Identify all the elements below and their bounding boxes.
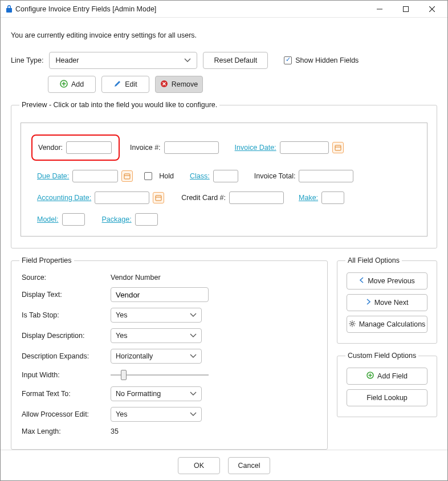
calendar-icon[interactable] xyxy=(121,170,133,182)
preview-fieldset: Preview - Click or tab into the field yo… xyxy=(11,101,437,248)
gear-icon xyxy=(349,320,356,329)
svg-line-24 xyxy=(350,325,351,325)
chevron-right-icon xyxy=(366,299,371,307)
preview-box: Vendor: Invoice #: Invoice Date: xyxy=(21,123,427,237)
all-field-options-legend: All Field Options xyxy=(345,256,402,264)
lock-icon xyxy=(5,5,13,13)
svg-rect-1 xyxy=(404,6,409,11)
allow-edit-select[interactable]: Yes xyxy=(111,407,202,422)
field-lookup-label: Field Lookup xyxy=(366,394,408,402)
calendar-icon[interactable] xyxy=(153,192,164,203)
remove-label: Remove xyxy=(172,80,198,88)
minimize-button[interactable] xyxy=(366,1,393,17)
credit-card-input[interactable] xyxy=(229,191,284,204)
display-text-input[interactable] xyxy=(111,287,209,302)
class-label[interactable]: Class: xyxy=(190,172,210,180)
chevron-left-icon xyxy=(359,277,364,285)
input-width-slider[interactable] xyxy=(111,369,209,381)
manage-calculations-label: Manage Calculations xyxy=(359,320,426,328)
close-button[interactable] xyxy=(419,1,445,17)
edit-button[interactable]: Edit xyxy=(101,76,149,93)
all-field-options-fieldset: All Field Options Move Previous Move Nex… xyxy=(337,256,437,344)
hold-checkbox[interactable] xyxy=(144,172,152,180)
invoice-total-label: Invoice Total: xyxy=(254,172,296,180)
svg-line-23 xyxy=(353,321,354,322)
model-input[interactable] xyxy=(62,213,85,226)
svg-rect-14 xyxy=(156,195,161,201)
source-label: Source: xyxy=(22,274,111,282)
package-label[interactable]: Package: xyxy=(102,215,132,223)
max-length-value: 35 xyxy=(111,427,317,435)
vendor-input[interactable] xyxy=(66,141,112,154)
remove-button[interactable]: Remove xyxy=(155,76,203,93)
chevron-down-icon xyxy=(184,58,191,63)
move-next-button[interactable]: Move Next xyxy=(347,294,427,311)
due-date-input[interactable] xyxy=(72,170,118,182)
maximize-button[interactable] xyxy=(393,1,419,17)
show-hidden-checkbox[interactable] xyxy=(284,56,292,64)
credit-card-label: Credit Card #: xyxy=(181,194,226,202)
desc-expands-label: Description Expands: xyxy=(22,352,111,360)
desc-expands-select[interactable]: Horizontally xyxy=(111,349,202,364)
make-label[interactable]: Make: xyxy=(299,194,318,202)
ok-label: OK xyxy=(194,462,204,470)
x-circle-icon xyxy=(160,80,168,89)
svg-line-21 xyxy=(350,321,351,322)
add-field-label: Add Field xyxy=(377,372,408,380)
svg-rect-12 xyxy=(124,174,130,179)
source-value: Vendor Number xyxy=(111,274,317,282)
line-type-value: Header xyxy=(55,56,79,64)
make-input[interactable] xyxy=(321,191,344,204)
invoice-num-input[interactable] xyxy=(164,141,219,154)
svg-rect-10 xyxy=(335,145,341,150)
invoice-date-input[interactable] xyxy=(280,141,329,154)
svg-point-16 xyxy=(351,323,353,325)
pencil-icon xyxy=(113,80,121,89)
display-desc-value: Yes xyxy=(116,332,127,340)
title-bar: Configure Invoice Entry Fields [Admin Mo… xyxy=(1,1,447,18)
allow-edit-value: Yes xyxy=(116,410,127,418)
chevron-down-icon xyxy=(190,412,197,417)
field-properties-legend: Field Properties xyxy=(19,256,74,264)
display-text-label: Display Text: xyxy=(22,291,111,299)
model-label[interactable]: Model: xyxy=(37,215,59,223)
cancel-button[interactable]: Cancel xyxy=(228,457,270,474)
package-input[interactable] xyxy=(135,213,158,226)
format-label: Format Text To: xyxy=(22,390,111,398)
display-desc-select[interactable]: Yes xyxy=(111,328,202,343)
line-type-select[interactable]: Header xyxy=(49,52,197,69)
max-length-label: Max Length: xyxy=(22,427,111,435)
plus-icon xyxy=(366,372,374,381)
format-value: No Formatting xyxy=(116,390,161,398)
accounting-date-label[interactable]: Accounting Date: xyxy=(37,194,91,202)
display-desc-label: Display Description: xyxy=(22,332,111,340)
desc-expands-value: Horizontally xyxy=(116,352,153,360)
calendar-icon[interactable] xyxy=(332,142,344,153)
add-button[interactable]: Add xyxy=(48,76,96,93)
field-lookup-button[interactable]: Field Lookup xyxy=(347,389,427,406)
due-date-label[interactable]: Due Date: xyxy=(37,172,69,180)
ok-button[interactable]: OK xyxy=(178,457,220,474)
tab-stop-select[interactable]: Yes xyxy=(111,308,202,323)
invoice-total-input[interactable] xyxy=(299,170,353,182)
add-field-button[interactable]: Add Field xyxy=(347,368,427,385)
edit-label: Edit xyxy=(125,80,137,88)
accounting-date-input[interactable] xyxy=(95,191,149,204)
chevron-down-icon xyxy=(190,354,197,358)
custom-field-options-legend: Custom Field Options xyxy=(345,352,418,360)
tab-stop-value: Yes xyxy=(116,311,127,319)
invoice-date-label[interactable]: Invoice Date: xyxy=(235,144,276,152)
reset-default-button[interactable]: Reset Default xyxy=(203,52,268,69)
allow-edit-label: Allow Processor Edit: xyxy=(22,410,111,418)
chevron-down-icon xyxy=(190,313,197,317)
tab-stop-label: Is Tab Stop: xyxy=(22,311,111,319)
class-input[interactable] xyxy=(213,170,238,182)
format-select[interactable]: No Formatting xyxy=(111,386,202,401)
manage-calculations-button[interactable]: Manage Calculations xyxy=(347,316,427,333)
custom-field-options-fieldset: Custom Field Options Add Field Field Loo… xyxy=(337,352,437,417)
svg-line-22 xyxy=(353,325,354,325)
move-previous-button[interactable]: Move Previous xyxy=(347,272,427,290)
chevron-down-icon xyxy=(190,333,197,338)
preview-legend: Preview - Click or tab into the field yo… xyxy=(19,101,219,109)
selected-field-vendor[interactable]: Vendor: xyxy=(31,134,120,161)
